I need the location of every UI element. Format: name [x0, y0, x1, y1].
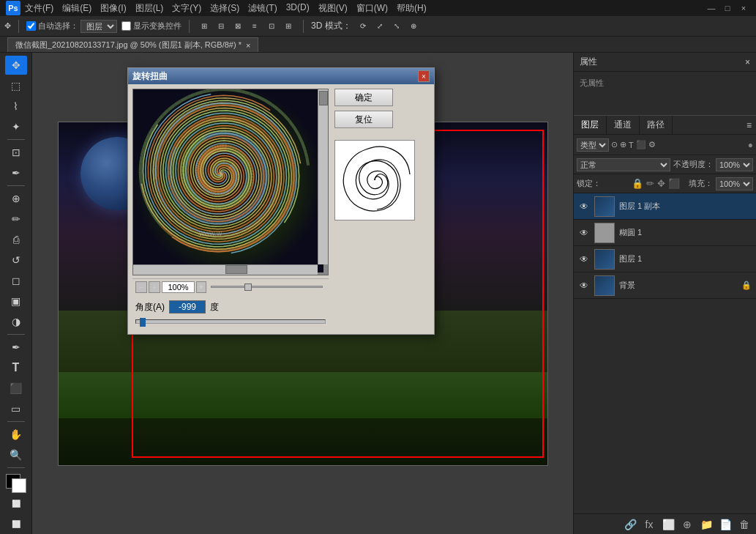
- zoom-input[interactable]: [162, 281, 195, 293]
- confirm-button[interactable]: 确定: [334, 89, 393, 106]
- menu-edit[interactable]: 编辑(E): [62, 2, 91, 15]
- titlebar-menus[interactable]: 文件(F) 编辑(E) 图像(I) 图层(L) 文字(Y) 选择(S) 滤镜(T…: [25, 2, 427, 15]
- document-tab[interactable]: 微信截图_20210820133717.jpg @ 50% (图层1 副本, R…: [7, 37, 258, 52]
- auto-select-checkbox[interactable]: [26, 21, 36, 31]
- 3d-rotate-btn[interactable]: ⟳: [356, 19, 370, 34]
- vscroll-thumb[interactable]: [319, 91, 328, 105]
- filter-type-select[interactable]: 类型: [577, 138, 609, 152]
- twirl-slider-row: [132, 319, 329, 330]
- layer-link-btn[interactable]: 🔗: [623, 517, 637, 532]
- show-transform-option[interactable]: 显示变换控件: [121, 21, 181, 31]
- twirl-scrollbar-h[interactable]: [133, 264, 318, 275]
- layer-fx-btn[interactable]: fx: [642, 517, 656, 532]
- align-right-btn[interactable]: ⊠: [231, 19, 245, 34]
- marquee-tool[interactable]: ⬚: [5, 76, 27, 95]
- blend-mode-select[interactable]: 正常: [577, 158, 670, 171]
- opacity-select[interactable]: 100%: [716, 158, 753, 171]
- layer-new-btn[interactable]: 📄: [718, 517, 733, 532]
- layer-item-3[interactable]: 👁 背景 🔒: [574, 272, 756, 299]
- properties-close-icon[interactable]: ×: [745, 57, 750, 67]
- menu-file[interactable]: 文件(F): [25, 2, 53, 15]
- menu-layer[interactable]: 图层(L): [135, 2, 164, 15]
- 3d-move-btn[interactable]: ⤢: [373, 19, 387, 34]
- layer-3-visibility-toggle[interactable]: 👁: [578, 280, 590, 292]
- pen-tool[interactable]: ✒: [5, 338, 27, 357]
- layers-panel-menu-btn[interactable]: ≡: [742, 120, 756, 130]
- layer-delete-btn[interactable]: 🗑: [737, 517, 752, 532]
- menu-3d[interactable]: 3D(D): [286, 2, 310, 15]
- magic-wand-tool[interactable]: ✦: [5, 117, 27, 136]
- filter-icon-1[interactable]: ⊙: [611, 140, 618, 149]
- reset-button[interactable]: 复位: [334, 111, 393, 128]
- layer-2-visibility-toggle[interactable]: 👁: [578, 253, 590, 265]
- zoom-tool[interactable]: 🔍: [5, 445, 27, 464]
- menu-help[interactable]: 帮助(H): [397, 2, 427, 15]
- clone-tool[interactable]: ⎙: [5, 230, 27, 249]
- show-transform-checkbox[interactable]: [121, 21, 131, 31]
- align-middle-btn[interactable]: ⊞: [281, 19, 296, 34]
- tab-close-btn[interactable]: ×: [246, 41, 250, 50]
- zoom-out-btn[interactable]: −: [135, 281, 147, 293]
- history-brush[interactable]: ↺: [5, 251, 27, 270]
- menu-window[interactable]: 窗口(W): [356, 2, 388, 15]
- align-top-btn[interactable]: ⊡: [264, 19, 279, 34]
- zoom-slider-thumb[interactable]: [244, 283, 252, 291]
- filter-icon-4[interactable]: ⬛: [636, 140, 646, 149]
- move-tool[interactable]: ✥: [5, 56, 27, 75]
- filter-icon-5[interactable]: ⚙: [648, 140, 656, 149]
- eraser-tool[interactable]: ◻: [5, 271, 27, 290]
- menu-image[interactable]: 图像(I): [100, 2, 126, 15]
- menu-select[interactable]: 选择(S): [210, 2, 239, 15]
- text-tool[interactable]: T: [5, 358, 27, 377]
- gradient-tool[interactable]: ▣: [5, 292, 27, 311]
- filter-icon-3[interactable]: T: [629, 141, 634, 149]
- minimize-button[interactable]: —: [705, 1, 718, 15]
- dodge-tool[interactable]: ◑: [5, 312, 27, 331]
- close-button[interactable]: ×: [737, 1, 750, 15]
- crop-tool[interactable]: ⊡: [5, 143, 27, 162]
- filter-icon-2[interactable]: ⊕: [620, 140, 626, 149]
- screen-mode-btn[interactable]: ⬜: [5, 515, 27, 534]
- layer-mask-btn[interactable]: ⬜: [661, 517, 675, 532]
- layer-1-visibility-toggle[interactable]: 👁: [578, 227, 590, 239]
- menu-filter[interactable]: 滤镜(T): [248, 2, 277, 15]
- layer-item-0[interactable]: 👁 图层 1 副本: [574, 193, 756, 220]
- quick-mask-btn[interactable]: ⬜: [5, 494, 27, 513]
- color-picker[interactable]: [6, 474, 26, 493]
- layer-0-visibility-toggle[interactable]: 👁: [578, 201, 590, 212]
- align-left-btn[interactable]: ⊞: [197, 19, 212, 34]
- align-center-btn[interactable]: ⊟: [214, 19, 228, 34]
- background-color[interactable]: [12, 478, 26, 493]
- layer-item-1[interactable]: 👁 糊圆 1: [574, 220, 756, 246]
- hscroll-thumb[interactable]: [225, 265, 247, 274]
- zoom-in-btn[interactable]: +: [149, 281, 160, 293]
- fill-select[interactable]: 100%: [716, 177, 753, 190]
- auto-select-toggle[interactable]: 自动选择： 图层: [26, 20, 117, 33]
- hand-tool[interactable]: ✋: [5, 425, 27, 444]
- heal-tool[interactable]: ⊕: [5, 189, 27, 208]
- distribute-btn[interactable]: ≡: [247, 19, 262, 34]
- zoom-dropdown-btn[interactable]: ▼: [196, 281, 206, 293]
- maximize-button[interactable]: □: [721, 1, 734, 15]
- auto-select-dropdown[interactable]: 图层: [81, 20, 117, 33]
- shape-tool[interactable]: ▭: [5, 399, 27, 418]
- twirl-scrollbar-v[interactable]: [318, 89, 328, 264]
- eyedropper-tool[interactable]: ✒: [5, 163, 27, 182]
- tab-paths[interactable]: 路径: [640, 116, 673, 135]
- menu-text[interactable]: 文字(Y): [172, 2, 201, 15]
- 3d-zoom-btn[interactable]: ⊕: [406, 19, 421, 34]
- tab-channels[interactable]: 通道: [607, 116, 640, 135]
- lasso-tool[interactable]: ⌇: [5, 97, 27, 116]
- filter-toggle[interactable]: ●: [748, 140, 753, 150]
- path-tool[interactable]: ⬛: [5, 379, 27, 398]
- angle-slider-thumb[interactable]: [140, 318, 146, 327]
- layer-folder-btn[interactable]: 📁: [699, 517, 714, 532]
- layer-item-2[interactable]: 👁 图层 1: [574, 246, 756, 272]
- twirl-close-button[interactable]: ×: [418, 70, 430, 82]
- brush-tool[interactable]: ✏: [5, 209, 27, 229]
- layer-adjustment-btn[interactable]: ⊕: [680, 517, 695, 532]
- menu-view[interactable]: 视图(V): [318, 2, 348, 15]
- tab-layers[interactable]: 图层: [574, 116, 607, 135]
- 3d-pan-btn[interactable]: ⤡: [389, 19, 404, 34]
- angle-input[interactable]: [169, 300, 206, 314]
